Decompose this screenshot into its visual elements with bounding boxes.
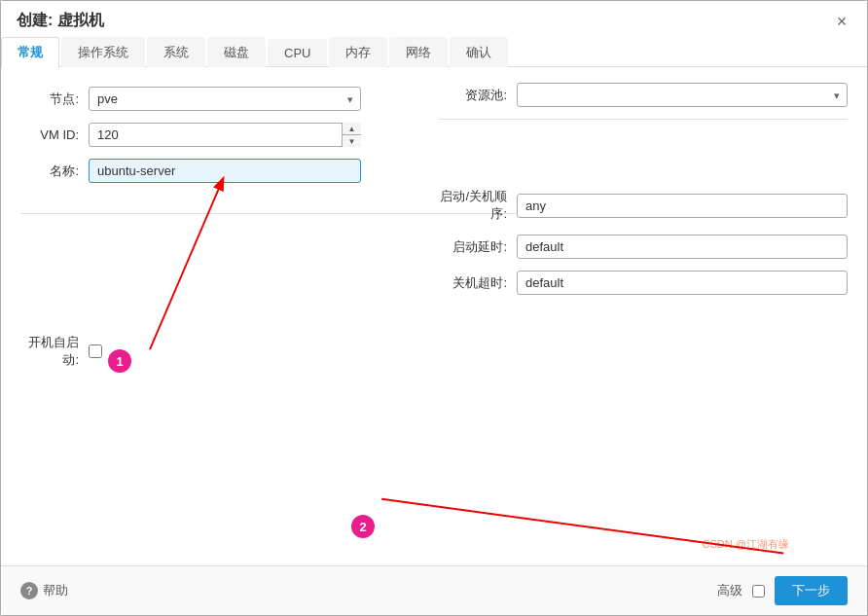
name-input[interactable] — [89, 159, 361, 183]
tab-disk[interactable]: 磁盘 — [207, 37, 266, 67]
vmid-control: ▲ ▼ — [89, 123, 361, 147]
tab-os[interactable]: 操作系统 — [61, 37, 145, 67]
autostart-label: 开机自启动: — [20, 334, 89, 369]
help-icon: ? — [20, 582, 38, 599]
boot-order-row: 启动/关机顺序: — [439, 188, 848, 223]
vmid-up-arrow-icon[interactable]: ▲ — [343, 123, 361, 135]
node-control: pve ▾ — [89, 87, 361, 111]
resource-pool-select-wrapper: ▾ — [517, 83, 848, 107]
help-label: 帮助 — [43, 582, 68, 599]
next-button[interactable]: 下一步 — [775, 576, 848, 605]
tab-network[interactable]: 网络 — [389, 37, 448, 67]
node-select[interactable]: pve — [89, 87, 361, 111]
node-label: 节点: — [20, 91, 89, 108]
resource-pool-label: 资源池: — [439, 87, 517, 104]
tab-memory[interactable]: 内存 — [329, 37, 387, 67]
autostart-row: 开机自启动: — [20, 334, 848, 369]
advanced-label: 高级 — [717, 582, 742, 599]
annotation-2: 2 — [351, 515, 375, 538]
advanced-checkbox[interactable] — [752, 585, 765, 598]
svg-line-0 — [150, 179, 223, 349]
start-delay-control — [517, 235, 848, 259]
start-delay-row: 启动延时: — [439, 235, 848, 259]
name-label: 名称: — [20, 163, 89, 180]
vmid-down-arrow-icon[interactable]: ▼ — [343, 135, 361, 147]
vmid-label: VM ID: — [20, 127, 89, 142]
footer-right: 高级 下一步 — [717, 576, 848, 605]
resource-pool-row: 资源池: ▾ — [439, 83, 848, 107]
tab-general[interactable]: 常规 — [1, 37, 59, 67]
tab-confirm[interactable]: 确认 — [450, 37, 508, 67]
footer-left: ? 帮助 — [20, 582, 68, 599]
shutdown-delay-input[interactable] — [517, 271, 848, 295]
dialog-header: 创建: 虚拟机 × — [1, 1, 867, 31]
dialog-body: 节点: pve ▾ VM ID: ▲ ▼ — [1, 67, 867, 565]
boot-order-control — [517, 194, 848, 218]
resource-pool-control: ▾ — [517, 83, 848, 107]
dialog-footer: ? 帮助 高级 下一步 — [1, 565, 867, 615]
autostart-checkbox[interactable] — [89, 344, 102, 358]
start-delay-input[interactable] — [517, 235, 848, 259]
start-delay-label: 启动延时: — [439, 238, 517, 256]
right-divider — [439, 119, 848, 120]
watermark: CSDN @江湖有缘 — [703, 537, 789, 552]
shutdown-delay-label: 关机超时: — [439, 274, 517, 292]
close-button[interactable]: × — [832, 12, 851, 31]
svg-line-1 — [381, 499, 783, 554]
boot-order-label: 启动/关机顺序: — [439, 188, 517, 223]
tab-cpu[interactable]: CPU — [268, 39, 327, 66]
resource-pool-select[interactable] — [517, 83, 848, 107]
tab-system[interactable]: 系统 — [147, 37, 205, 67]
dialog: 创建: 虚拟机 × 常规 操作系统 系统 磁盘 CPU 内存 网络 确认 节点:… — [0, 0, 868, 616]
shutdown-delay-row: 关机超时: — [439, 271, 848, 295]
vmid-spinner-arrows: ▲ ▼ — [342, 123, 361, 147]
vmid-spinner: ▲ ▼ — [89, 123, 361, 147]
node-select-wrapper: pve ▾ — [89, 87, 361, 111]
name-control — [89, 159, 361, 183]
tab-bar: 常规 操作系统 系统 磁盘 CPU 内存 网络 确认 — [1, 37, 867, 67]
advanced-checkbox-wrapper — [752, 585, 765, 598]
shutdown-delay-control — [517, 271, 848, 295]
help-button[interactable]: ? 帮助 — [20, 582, 68, 599]
autostart-control — [89, 344, 361, 358]
boot-order-input[interactable] — [517, 194, 848, 218]
right-section: 资源池: ▾ 启动/关机顺序: — [439, 83, 848, 307]
vmid-input[interactable] — [89, 123, 361, 147]
dialog-title: 创建: 虚拟机 — [17, 11, 104, 31]
